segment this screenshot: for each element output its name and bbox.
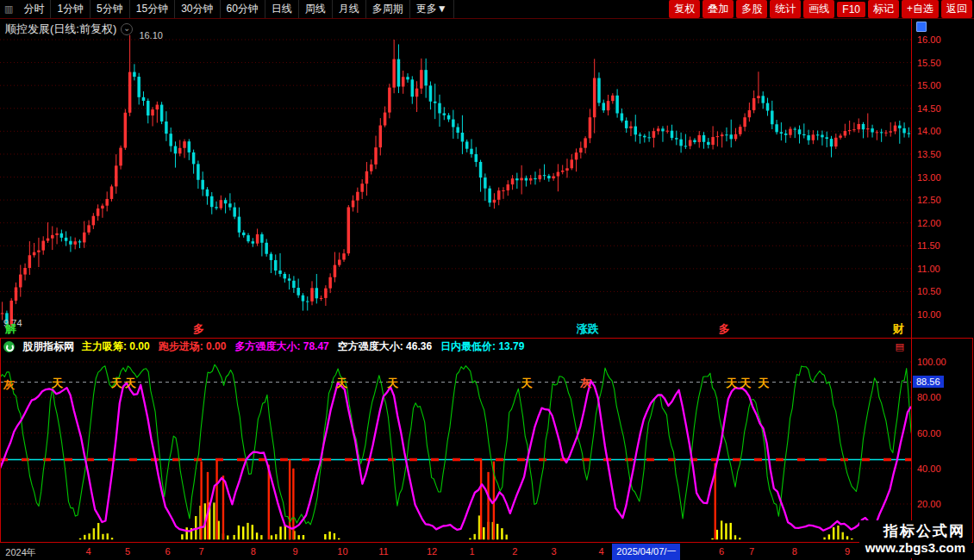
menu-period-item-3[interactable]: 15分钟 bbox=[130, 0, 175, 18]
price-tick-label-3: 14.50 bbox=[917, 103, 941, 114]
menu-period-item-9[interactable]: 多周期 bbox=[366, 0, 410, 18]
menu-action-button-4[interactable]: 画线 bbox=[803, 0, 834, 18]
indicator-field-2: 多方强度大小: 78.47 bbox=[234, 339, 328, 354]
action-menu: 复权叠加多股统计画线F10标记+自选返回 bbox=[669, 0, 974, 18]
indicator-tick-label-4: 20.00 bbox=[917, 499, 941, 509]
menu-action-button-2[interactable]: 多股 bbox=[736, 0, 767, 18]
x-axis-label-8: 11 bbox=[378, 546, 388, 557]
menu-action-button-0[interactable]: 复权 bbox=[669, 0, 700, 18]
x-axis-label-3: 6 bbox=[165, 546, 170, 557]
menu-period-item-4[interactable]: 30分钟 bbox=[175, 0, 220, 18]
x-axis-label-13: 4 bbox=[599, 546, 604, 557]
menu-period-item-2[interactable]: 5分钟 bbox=[91, 0, 130, 18]
indicator-tool-icon[interactable]: ▤ bbox=[896, 341, 904, 352]
watermark-line2: www.zbgs3.com bbox=[865, 540, 965, 557]
x-axis-label-9: 12 bbox=[427, 546, 437, 557]
indicator-field-1: 跑步进场: 0.00 bbox=[159, 339, 227, 354]
x-axis-label-17: 9 bbox=[845, 546, 850, 557]
indicator-fields: 主力吸筹: 0.00跑步进场: 0.00多方强度大小: 78.47空方强度大小:… bbox=[82, 339, 524, 354]
svg-text:天: 天 bbox=[51, 376, 64, 389]
svg-text:16.10: 16.10 bbox=[139, 30, 163, 40]
price-tick-label-4: 14.00 bbox=[917, 126, 941, 136]
svg-text:涨跌: 涨跌 bbox=[577, 322, 599, 335]
menu-action-button-3[interactable]: 统计 bbox=[770, 0, 801, 18]
menu-period-item-7[interactable]: 周线 bbox=[299, 0, 333, 18]
menu-action-button-6[interactable]: 标记 bbox=[868, 0, 899, 18]
indicator-tick-label-1: 80.00 bbox=[917, 392, 941, 402]
trading-app-window: ▥ 分时1分钟5分钟15分钟30分钟60分钟日线周线月线多周期更多▼ 复权叠加多… bbox=[0, 0, 974, 560]
menu-action-button-7[interactable]: +自选 bbox=[902, 0, 939, 18]
app-icon: ▥ bbox=[0, 3, 17, 15]
svg-text:天: 天 bbox=[335, 376, 348, 389]
svg-text:多: 多 bbox=[719, 322, 730, 335]
price-tick-label-12: 10.00 bbox=[917, 309, 941, 320]
menu-action-button-1[interactable]: 叠加 bbox=[702, 0, 734, 18]
indicator-tick-label-0: 100.00 bbox=[917, 357, 946, 367]
price-tick-label-6: 13.00 bbox=[917, 172, 941, 183]
svg-text:多: 多 bbox=[193, 322, 204, 335]
price-tick-label-9: 11.50 bbox=[917, 240, 940, 251]
menu-period-item-10[interactable]: 更多▼ bbox=[410, 0, 454, 18]
y-axis-column: 16.0015.5015.0014.5014.0013.5013.0012.50… bbox=[911, 19, 974, 560]
chart-title: 顺控发展(日线:前复权) ⌄ bbox=[5, 22, 133, 37]
window-icon[interactable] bbox=[916, 22, 927, 32]
x-axis-label-12: 3 bbox=[552, 546, 557, 557]
x-axis-label-11: 2 bbox=[512, 546, 517, 557]
indicator-tick-label-2: 60.00 bbox=[917, 428, 941, 439]
x-axis-label-16: 8 bbox=[792, 546, 797, 557]
menu-action-button-5[interactable]: F10 bbox=[837, 2, 865, 17]
x-axis-label-0: 2024年 bbox=[5, 546, 35, 559]
watermark: 指标公式网 www.zbgs3.com bbox=[859, 520, 971, 558]
x-axis-label-1: 4 bbox=[85, 546, 91, 557]
svg-text:天: 天 bbox=[739, 376, 752, 389]
price-tick-label-7: 12.50 bbox=[917, 195, 941, 205]
x-axis-label-15: 7 bbox=[749, 546, 754, 557]
menu-action-button-8[interactable]: 返回 bbox=[941, 0, 972, 18]
price-tick-label-11: 10.50 bbox=[917, 286, 941, 296]
indicator-header: 股朋指标网 主力吸筹: 0.00跑步进场: 0.00多方强度大小: 78.47空… bbox=[0, 338, 911, 355]
indicator-plot[interactable]: 灰天天天天天天灰天天天 bbox=[0, 355, 911, 543]
svg-text:天: 天 bbox=[124, 376, 137, 389]
indicator-last-value-badge: 88.56 bbox=[913, 376, 944, 388]
svg-text:天: 天 bbox=[110, 376, 123, 389]
svg-text:天: 天 bbox=[725, 376, 738, 389]
svg-text:灰: 灰 bbox=[3, 378, 16, 391]
indicator-field-4: 日内最低价: 13.79 bbox=[440, 339, 524, 354]
svg-text:天: 天 bbox=[757, 376, 770, 389]
indicator-tick-label-3: 40.00 bbox=[917, 464, 941, 474]
menu-period-item-6[interactable]: 日线 bbox=[265, 0, 299, 18]
x-axis-label-7: 10 bbox=[337, 546, 347, 557]
selected-date-label: 2025/04/07/一 bbox=[612, 544, 680, 560]
menu-period-item-5[interactable]: 60分钟 bbox=[221, 0, 265, 18]
x-axis-label-4: 7 bbox=[199, 546, 204, 557]
svg-text:解: 解 bbox=[4, 322, 16, 335]
menu-period-item-8[interactable]: 月线 bbox=[333, 0, 366, 18]
brand-logo-icon bbox=[3, 341, 15, 352]
chevron-down-icon[interactable]: ⌄ bbox=[121, 23, 133, 35]
x-axis-label-5: 8 bbox=[251, 546, 256, 557]
svg-text:天: 天 bbox=[386, 376, 399, 389]
menu-period-item-0[interactable]: 分时 bbox=[17, 0, 51, 18]
menubar: ▥ 分时1分钟5分钟15分钟30分钟60分钟日线周线月线多周期更多▼ 复权叠加多… bbox=[0, 0, 974, 19]
price-tick-label-5: 13.50 bbox=[917, 149, 941, 159]
price-tick-label-0: 16.00 bbox=[917, 34, 941, 45]
x-axis-label-10: 1 bbox=[469, 546, 474, 557]
period-menu: ▥ 分时1分钟5分钟15分钟30分钟60分钟日线周线月线多周期更多▼ bbox=[0, 0, 454, 18]
svg-text:天: 天 bbox=[520, 376, 533, 389]
candlestick-chart[interactable]: 16.109.74解多涨跌多财 bbox=[0, 19, 911, 338]
indicator-brand: 股朋指标网 bbox=[22, 339, 74, 354]
price-tick-label-10: 11.00 bbox=[917, 264, 940, 274]
watermark-line1: 指标公式网 bbox=[865, 522, 965, 540]
x-axis-label-2: 5 bbox=[125, 546, 130, 557]
price-tick-label-2: 15.00 bbox=[917, 80, 941, 90]
svg-text:财: 财 bbox=[892, 322, 904, 335]
x-axis-label-6: 9 bbox=[292, 546, 297, 557]
svg-text:灰: 灰 bbox=[579, 376, 592, 389]
x-axis-label-14: 6 bbox=[719, 546, 724, 557]
menu-period-item-1[interactable]: 1分钟 bbox=[51, 0, 91, 18]
indicator-field-3: 空方强度大小: 46.36 bbox=[338, 339, 432, 354]
price-tick-label-1: 15.50 bbox=[917, 58, 941, 68]
x-axis: 2024年456789101112123467892025/04/07/一 bbox=[0, 543, 911, 560]
chart-title-text: 顺控发展(日线:前复权) bbox=[5, 22, 116, 37]
indicator-field-0: 主力吸筹: 0.00 bbox=[82, 339, 150, 354]
